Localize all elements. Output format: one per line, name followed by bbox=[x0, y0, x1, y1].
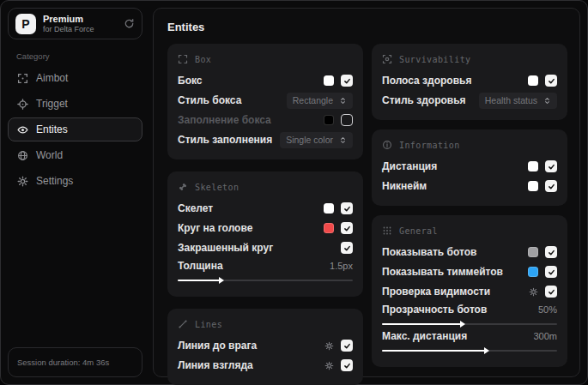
setting-label: Проверка видимости bbox=[382, 286, 490, 298]
columns: Box Бокс Стиль бокса bbox=[167, 44, 567, 385]
checkbox-visibility-check[interactable] bbox=[545, 286, 557, 298]
setting-row-health-style: Стиль здоровья Health status bbox=[382, 91, 557, 110]
left-column: Box Бокс Стиль бокса bbox=[167, 44, 363, 385]
setting-row-show-teammates: Показывать тиммейтов bbox=[382, 262, 557, 281]
slider-value: 300m bbox=[533, 331, 557, 341]
visibility-settings-gear-icon[interactable] bbox=[529, 287, 538, 297]
setting-label: Толщина bbox=[178, 260, 223, 272]
session-duration-text: Session duration: 4m 36s bbox=[17, 358, 109, 367]
setting-row-nickname: Никнейм bbox=[382, 177, 557, 196]
bot-opacity-slider-block: Прозрачность ботов 50% bbox=[382, 304, 557, 325]
brand-text: Premium for Delta Force bbox=[43, 14, 117, 33]
information-card-header: Information bbox=[382, 140, 557, 150]
sidebar-item-label: Entites bbox=[36, 123, 68, 135]
session-duration: Session duration: 4m 36s bbox=[8, 347, 142, 377]
slider-fill bbox=[382, 350, 485, 352]
sidebar-item-entites[interactable]: Entites bbox=[8, 117, 142, 141]
brand-title: Premium bbox=[43, 14, 117, 25]
checkbox-distance[interactable] bbox=[545, 160, 557, 172]
checkbox-view-line[interactable] bbox=[341, 359, 353, 371]
slider-value: 1.5px bbox=[330, 261, 353, 271]
refresh-icon[interactable] bbox=[124, 18, 135, 29]
fill-style-dropdown[interactable]: Single color bbox=[280, 132, 353, 148]
checkbox-head-circle[interactable] bbox=[341, 222, 353, 234]
line-settings-gear-icon[interactable] bbox=[324, 361, 334, 370]
checkbox-box[interactable] bbox=[341, 75, 353, 87]
setting-label: Стиль заполнения bbox=[178, 134, 272, 146]
setting-row-box-fill: Заполнение бокса bbox=[178, 111, 353, 129]
bot-opacity-slider[interactable] bbox=[382, 323, 557, 325]
setting-row-view-line: Линия взгляда bbox=[178, 356, 353, 375]
diagonal-line-icon bbox=[178, 319, 188, 329]
color-swatch[interactable] bbox=[528, 181, 538, 191]
color-swatch[interactable] bbox=[528, 247, 538, 257]
color-swatch[interactable] bbox=[324, 75, 334, 86]
lines-card-header: Lines bbox=[178, 319, 353, 329]
sidebar-item-aimbot[interactable]: Aimbot bbox=[8, 66, 142, 90]
setting-row-distance: Дистанция bbox=[382, 157, 557, 176]
sidebar-item-settings[interactable]: Settings bbox=[8, 169, 142, 193]
color-swatch[interactable] bbox=[528, 161, 538, 171]
checkbox-nickname[interactable] bbox=[545, 180, 557, 192]
general-card: General Показывать ботов Показывать тимм… bbox=[372, 215, 567, 367]
setting-label: Показывать ботов bbox=[382, 246, 476, 258]
sidebar-item-label: Settings bbox=[36, 175, 73, 187]
line-settings-gear-icon[interactable] bbox=[324, 341, 334, 351]
setting-label: Круг на голове bbox=[178, 222, 252, 234]
checkbox-show-teammates[interactable] bbox=[545, 266, 557, 278]
checkbox-enemy-line[interactable] bbox=[341, 340, 353, 352]
globe-icon bbox=[17, 150, 28, 161]
setting-label: Стиль бокса bbox=[178, 94, 241, 106]
color-swatch[interactable] bbox=[324, 223, 334, 233]
brand-card: P Premium for Delta Force bbox=[8, 8, 142, 39]
max-distance-slider[interactable] bbox=[382, 350, 557, 352]
checkbox-health-bar[interactable] bbox=[545, 75, 557, 87]
slider-fill bbox=[382, 323, 461, 325]
sidebar-item-label: Aimbot bbox=[36, 72, 68, 84]
color-swatch[interactable] bbox=[324, 115, 334, 125]
dropdown-value: Rectangle bbox=[293, 95, 333, 105]
health-style-dropdown[interactable]: Health status bbox=[479, 93, 557, 109]
color-swatch[interactable] bbox=[528, 75, 538, 86]
setting-label: Макс. дистанция bbox=[382, 330, 467, 342]
setting-row-box: Бокс bbox=[178, 71, 353, 90]
dots-grid-icon bbox=[382, 226, 392, 236]
skeleton-card: Skeleton Скелет Круг на голове bbox=[167, 171, 363, 297]
color-swatch[interactable] bbox=[324, 203, 334, 214]
skeleton-card-title: Skeleton bbox=[195, 183, 239, 192]
survivability-card-title: Survivability bbox=[399, 55, 470, 64]
bone-icon bbox=[178, 182, 188, 192]
max-distance-slider-block: Макс. дистанция 300m bbox=[382, 330, 557, 352]
setting-label: Закрашенный круг bbox=[178, 242, 273, 254]
setting-row-skeleton: Скелет bbox=[178, 199, 353, 218]
checkbox-skeleton[interactable] bbox=[341, 202, 353, 214]
sidebar-item-trigget[interactable]: Trigget bbox=[8, 92, 142, 116]
checkbox-box-fill[interactable] bbox=[341, 114, 353, 126]
setting-row-fill-style: Стиль заполнения Single color bbox=[178, 130, 353, 149]
setting-label: Никнейм bbox=[382, 180, 427, 192]
setting-row-show-bots: Показывать ботов bbox=[382, 243, 557, 262]
checkbox-filled-circle[interactable] bbox=[341, 242, 353, 254]
setting-label: Прозрачность ботов bbox=[382, 304, 487, 316]
thickness-slider[interactable] bbox=[178, 280, 353, 281]
color-swatch[interactable] bbox=[528, 267, 538, 277]
dropdown-value: Single color bbox=[286, 135, 333, 145]
sidebar-item-label: Trigget bbox=[36, 98, 68, 110]
box-corners-icon bbox=[178, 54, 188, 64]
survivability-card-header: Survivability bbox=[382, 54, 557, 64]
chevron-up-down-icon bbox=[543, 97, 551, 105]
information-card-title: Information bbox=[399, 141, 460, 150]
setting-row-box-style: Стиль бокса Rectangle bbox=[178, 91, 353, 110]
setting-label: Показывать тиммейтов bbox=[382, 266, 503, 278]
sidebar-item-world[interactable]: World bbox=[8, 143, 142, 167]
checkbox-show-bots[interactable] bbox=[545, 246, 557, 258]
app-logo: P bbox=[15, 14, 36, 34]
sidebar-nav: Aimbot Trigget Entites bbox=[8, 66, 142, 193]
right-column: Survivability Полоса здоровья Стиль здор… bbox=[372, 44, 567, 379]
brand-subtitle: for Delta Force bbox=[43, 25, 117, 33]
slider-fill bbox=[178, 280, 220, 281]
setting-row-filled-circle: Закрашенный круг bbox=[178, 238, 353, 257]
eye-icon bbox=[17, 124, 28, 135]
box-style-dropdown[interactable]: Rectangle bbox=[287, 93, 353, 109]
setting-label: Бокс bbox=[178, 75, 202, 87]
